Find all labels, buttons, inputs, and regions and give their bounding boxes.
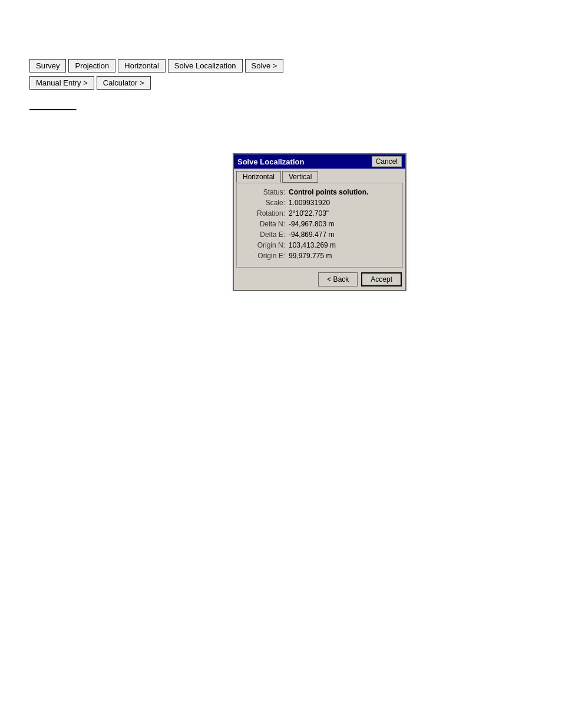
calculator-button[interactable]: Calculator > xyxy=(97,76,151,90)
manual-entry-button[interactable]: Manual Entry > xyxy=(29,76,94,90)
tab-horizontal[interactable]: Horizontal xyxy=(236,171,281,183)
solve-localization-button[interactable]: Solve Localization xyxy=(168,59,243,73)
field-value-origin-n: 103,413.269 m xyxy=(289,241,395,249)
dialog-tabs: Horizontal Vertical xyxy=(234,169,405,183)
projection-button[interactable]: Projection xyxy=(68,59,115,73)
field-label-status: Status: xyxy=(244,188,285,196)
dialog-titlebar: Solve Localization Cancel xyxy=(234,154,405,169)
dialog-container: Solve Localization Cancel Horizontal Ver… xyxy=(233,153,406,291)
field-label-delta-n: Delta N: xyxy=(244,220,285,228)
field-label-delta-e: Delta E: xyxy=(244,230,285,239)
field-value-rotation: 2°10'22.703" xyxy=(289,209,395,218)
field-value-scale: 1.009931920 xyxy=(289,199,395,207)
tab-vertical[interactable]: Vertical xyxy=(282,171,318,183)
field-label-rotation: Rotation: xyxy=(244,209,285,218)
horizontal-button[interactable]: Horizontal xyxy=(118,59,166,73)
field-delta-e: Delta E: -94,869.477 m xyxy=(244,230,395,239)
field-scale: Scale: 1.009931920 xyxy=(244,199,395,207)
field-label-origin-n: Origin N: xyxy=(244,241,285,249)
field-origin-n: Origin N: 103,413.269 m xyxy=(244,241,395,249)
accept-button[interactable]: Accept xyxy=(361,272,402,286)
solve-button[interactable]: Solve > xyxy=(245,59,284,73)
field-value-status: Control points solution. xyxy=(289,188,395,196)
field-status: Status: Control points solution. xyxy=(244,188,395,196)
underline-divider: ___________ xyxy=(29,101,562,110)
field-value-delta-e: -94,869.477 m xyxy=(289,230,395,239)
survey-button[interactable]: Survey xyxy=(29,59,66,73)
nav-row-1: Survey Projection Horizontal Solve Local… xyxy=(29,59,562,73)
cancel-button[interactable]: Cancel xyxy=(372,156,402,167)
back-button[interactable]: < Back xyxy=(318,272,358,286)
dialog-content: Status: Control points solution. Scale: … xyxy=(236,183,403,268)
field-value-origin-e: 99,979.775 m xyxy=(289,252,395,260)
dialog-title: Solve Localization xyxy=(237,157,304,166)
field-delta-n: Delta N: -94,967.803 m xyxy=(244,220,395,228)
field-origin-e: Origin E: 99,979.775 m xyxy=(244,252,395,260)
field-label-origin-e: Origin E: xyxy=(244,252,285,260)
dialog-footer: < Back Accept xyxy=(234,270,405,290)
top-navigation: Survey Projection Horizontal Solve Local… xyxy=(0,0,562,90)
nav-row-2: Manual Entry > Calculator > xyxy=(29,76,562,90)
field-label-scale: Scale: xyxy=(244,199,285,207)
field-rotation: Rotation: 2°10'22.703" xyxy=(244,209,395,218)
solve-localization-dialog: Solve Localization Cancel Horizontal Ver… xyxy=(233,153,406,291)
field-value-delta-n: -94,967.803 m xyxy=(289,220,395,228)
